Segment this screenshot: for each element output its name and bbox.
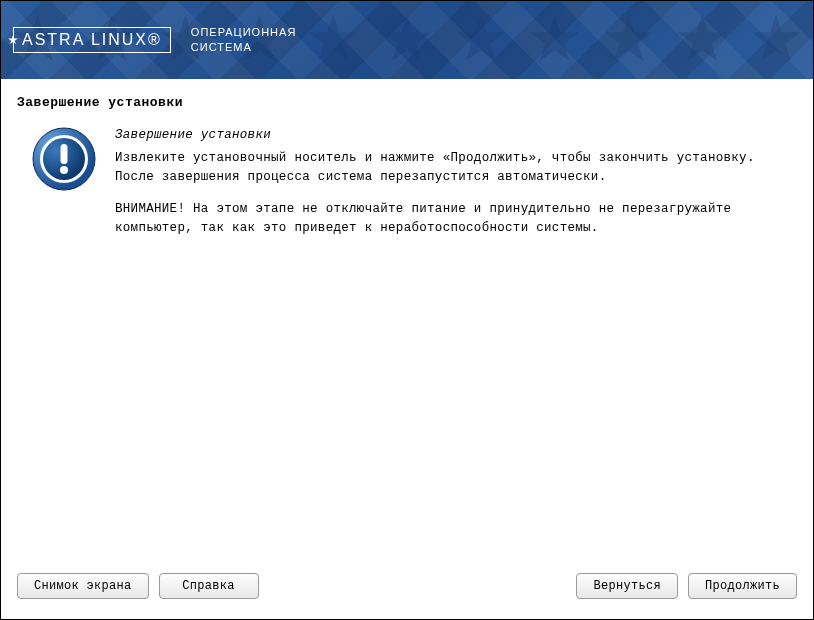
continue-button[interactable]: Продолжить (688, 573, 797, 599)
logo-subtitle: ОПЕРАЦИОННАЯ СИСТЕМА (191, 25, 297, 56)
help-button[interactable]: Справка (159, 573, 259, 599)
logo-subtitle-line1: ОПЕРАЦИОННАЯ (191, 25, 297, 40)
footer-left: Снимок экрана Справка (17, 573, 259, 599)
message-paragraph-1: Извлеките установочный носитель и нажмит… (115, 149, 797, 187)
logo-text: ASTRA LINUX® (13, 27, 171, 53)
footer-bar: Снимок экрана Справка Вернуться Продолжи… (1, 559, 813, 619)
message-text: Завершение установки Извлеките установоч… (115, 126, 797, 252)
content-body: Завершение установки Извлеките установоч… (17, 126, 797, 252)
message-paragraph-2: ВНИМАНИЕ! На этом этапе не отключайте пи… (115, 200, 797, 238)
content-area: Завершение установки (1, 79, 813, 559)
page-title: Завершение установки (17, 95, 797, 110)
svg-rect-3 (61, 144, 68, 164)
screenshot-button[interactable]: Снимок экрана (17, 573, 149, 599)
message-subtitle: Завершение установки (115, 126, 797, 145)
alert-icon (31, 126, 97, 192)
footer-right: Вернуться Продолжить (576, 573, 797, 599)
logo-subtitle-line2: СИСТЕМА (191, 40, 297, 55)
svg-point-4 (60, 166, 68, 174)
back-button[interactable]: Вернуться (576, 573, 678, 599)
header-banner: ASTRA LINUX® ОПЕРАЦИОННАЯ СИСТЕМА (1, 1, 813, 79)
logo-area: ASTRA LINUX® ОПЕРАЦИОННАЯ СИСТЕМА (13, 25, 296, 56)
installer-window: ASTRA LINUX® ОПЕРАЦИОННАЯ СИСТЕМА Заверш… (1, 1, 813, 619)
